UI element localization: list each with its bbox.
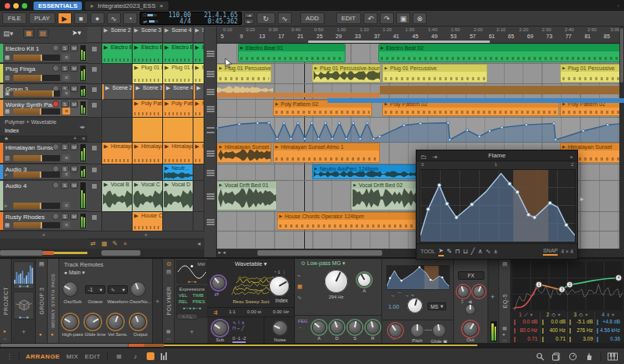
- ruler-bar-tick[interactable]: 13: [259, 34, 265, 39]
- solo-button[interactable]: S: [61, 44, 69, 51]
- close-lane-icon[interactable]: ×: [82, 136, 85, 141]
- record-arm-button[interactable]: [52, 65, 59, 72]
- project-tab[interactable]: ▸ Integrated2023_ESS ×: [85, 2, 168, 10]
- remote-knob-highpass[interactable]: [62, 314, 78, 330]
- noise-knob[interactable]: [272, 320, 288, 336]
- step-shape-icon[interactable]: ⊔: [463, 248, 468, 255]
- flame-rate-value[interactable]: 1.00: [388, 304, 399, 309]
- flame-next-arrow-icon[interactable]: ▸: [580, 195, 584, 203]
- spectrum-thumbnail[interactable]: ●—●: [13, 261, 34, 289]
- eq-q-value[interactable]: 3.09: [568, 336, 594, 341]
- arranger-clip[interactable]: Vocal Drift Bed 01: [217, 181, 277, 210]
- volume-slider[interactable]: [13, 222, 60, 228]
- scene-play-icon[interactable]: ▶: [165, 27, 168, 34]
- vel-slot[interactable]: VEL: [179, 293, 191, 298]
- ruler-bar-tick[interactable]: 69: [527, 34, 534, 39]
- glide-knob[interactable]: [432, 323, 446, 337]
- launcher-clip[interactable]: ▶Electro Bea...: [102, 44, 133, 64]
- arranger-clip[interactable]: Himalayan Sunset Atmo 1: [273, 143, 380, 163]
- pres-slot[interactable]: PRES: [193, 299, 205, 304]
- track-menu-button[interactable]: ≡: [62, 171, 70, 178]
- metronome-icon[interactable]: [568, 352, 578, 362]
- clip-stop-button[interactable]: [87, 100, 102, 118]
- fx-pan-knob[interactable]: [473, 285, 485, 298]
- record-arm-button[interactable]: [52, 101, 59, 108]
- track-grip[interactable]: [207, 51, 214, 57]
- solo-button[interactable]: S: [61, 143, 69, 150]
- arranger-clip[interactable]: Himalayan Sunset Atmo 1-bounce-1: [217, 143, 271, 163]
- launcher-clip[interactable]: ▶Vocal B: [102, 181, 133, 212]
- track-header-plug[interactable]: Plug FingaSM▥≡: [0, 64, 87, 83]
- arranger-clip[interactable]: Plug 01 Percussive: [382, 64, 488, 83]
- tab-project[interactable]: PROJECT ● ⇔: [0, 259, 12, 343]
- mute-button[interactable]: M: [70, 143, 78, 150]
- group-scene-cell[interactable]: ▶S: [193, 84, 204, 100]
- record-arm-button[interactable]: [52, 143, 59, 150]
- launcher-clip[interactable]: ▶Plug 01 Per...: [133, 64, 163, 84]
- empty-clip-slot[interactable]: [193, 212, 204, 231]
- eq5-device-header[interactable]: ▤ EQ-5 ▦ ● ⇔: [499, 259, 511, 343]
- eq-gain-value[interactable]: 0.0 dB: [512, 319, 539, 324]
- ruler-bar-tick[interactable]: 25: [317, 34, 323, 39]
- tab-group-3[interactable]: ▤ GROUP 3 ●: [36, 259, 48, 343]
- add-device-button[interactable]: +: [491, 293, 495, 301]
- ruler-bar-tick[interactable]: 41: [393, 34, 399, 39]
- delete-icon[interactable]: ⊗: [413, 12, 427, 24]
- clip-stop-button[interactable]: [87, 181, 102, 212]
- pen-icon[interactable]: ✎: [112, 240, 118, 247]
- remote-knob-oscsub[interactable]: [62, 281, 78, 297]
- eq-gain-value[interactable]: -5.1 dB: [568, 319, 594, 324]
- fx-width-knob[interactable]: [465, 304, 476, 315]
- scene-header-5[interactable]: ▶Sc: [193, 27, 204, 43]
- curve-shape-icon[interactable]: ∿: [486, 248, 491, 255]
- feg-label[interactable]: FEG: [298, 319, 307, 323]
- empty-clip-slot[interactable]: [102, 100, 133, 118]
- track-grip[interactable]: [207, 106, 214, 112]
- record-arm-button[interactable]: [52, 44, 59, 51]
- track-grip[interactable]: [207, 170, 214, 176]
- grid-icon[interactable]: ▦: [101, 240, 108, 247]
- filter-title[interactable]: ⊙ Low-pass MG ▾: [295, 259, 381, 267]
- ruler-bar-tick[interactable]: 53: [451, 34, 457, 39]
- cutoff-knob[interactable]: [324, 270, 348, 293]
- mute-button[interactable]: M: [70, 165, 78, 172]
- scene-play-icon[interactable]: ▶: [104, 27, 108, 34]
- decay-knob[interactable]: [330, 320, 344, 334]
- track-grip[interactable]: [207, 127, 214, 133]
- flame-titlebar[interactable]: 🗀 ⇥ Flame ×: [417, 150, 577, 161]
- mute-button[interactable]: M: [70, 65, 78, 72]
- out-knob[interactable]: [463, 321, 478, 337]
- flame-rate-knob[interactable]: [407, 298, 423, 313]
- remote-knob-output[interactable]: [130, 314, 146, 330]
- square-shape-icon[interactable]: ⊓: [455, 248, 459, 255]
- solo-button[interactable]: S: [61, 182, 69, 189]
- clip-launcher-toggle-icon[interactable]: [147, 352, 154, 360]
- arranger-clip[interactable]: Electro Beat 02: [378, 44, 624, 62]
- mw-modulator[interactable]: MW ●—●: [176, 260, 207, 284]
- empty-clip-slot[interactable]: [193, 164, 204, 181]
- loop-button[interactable]: ↻: [257, 12, 275, 24]
- group-scene-cell[interactable]: ▶Scene 4: [163, 84, 193, 100]
- waveform-select[interactable]: ∿▾: [108, 285, 128, 294]
- record-arm-button[interactable]: [52, 213, 59, 220]
- launcher-clip[interactable]: ▶Electro Bea...: [133, 44, 163, 64]
- loop-region[interactable]: [308, 41, 490, 43]
- remote-knob-oscsno[interactable]: [130, 281, 146, 297]
- ruler-bar-tick[interactable]: 29: [335, 34, 342, 39]
- export-icon[interactable]: ⇥: [432, 152, 438, 163]
- view-mix[interactable]: MIX: [66, 353, 79, 360]
- wavetable-mod-knob[interactable]: [211, 276, 225, 290]
- empty-clip-slot[interactable]: [102, 212, 133, 231]
- launcher-clip[interactable]: ▶Himalayan ...: [102, 143, 133, 164]
- fx-send-knob[interactable]: [457, 285, 470, 298]
- track-menu-button[interactable]: ≡: [62, 54, 70, 61]
- add-device-button[interactable]: +: [153, 259, 163, 345]
- clear-icon[interactable]: ×: [123, 240, 127, 247]
- snap-grid-value[interactable]: 4 × 4: [561, 249, 573, 254]
- group-scene-cell[interactable]: ▶Scene 2: [102, 84, 133, 100]
- ruler-bar-tick[interactable]: 21: [297, 34, 303, 39]
- scene-header-4[interactable]: ▶Scene 4: [163, 27, 193, 43]
- launcher-clip[interactable]: ▶Poly Patter...: [133, 100, 163, 118]
- folder-icon[interactable]: 🗀: [420, 152, 427, 163]
- track-grip[interactable]: [207, 150, 214, 157]
